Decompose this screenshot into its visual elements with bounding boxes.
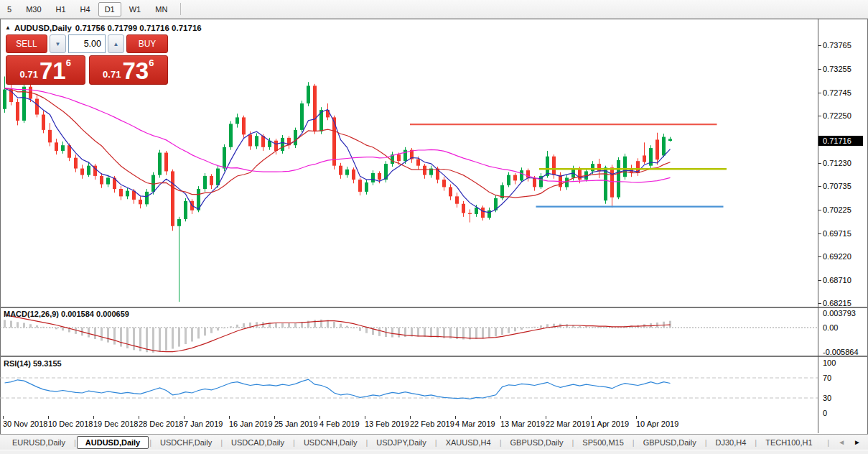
date-axis-tick <box>365 416 365 419</box>
price-axis-label: 0.71230 <box>823 159 851 167</box>
candle-body <box>655 139 659 159</box>
date-axis-tick <box>319 416 320 419</box>
tab-gbpusd-daily[interactable]: GBPUSD,Daily <box>635 436 704 449</box>
candle-body <box>151 175 155 192</box>
tab-dj30-h4[interactable]: DJ30,H4 <box>708 436 755 449</box>
tab-usdcnh-daily[interactable]: USDCNH,Daily <box>296 436 365 449</box>
macd-histogram-bar <box>10 321 12 328</box>
timeframe-h1[interactable]: H1 <box>50 2 73 17</box>
tab-scroll-left-icon[interactable]: ◄ <box>838 438 845 446</box>
timeframe-5[interactable]: 5 <box>1 2 18 17</box>
price-axis-tick <box>818 45 821 46</box>
candle-body <box>507 175 510 185</box>
sell-price-main: 71 <box>39 60 66 82</box>
buy-button[interactable]: BUY <box>126 34 168 53</box>
macd-histogram-bar <box>598 327 600 328</box>
candle-body <box>358 180 362 192</box>
candle-body <box>442 180 446 187</box>
tab-sp500-m15[interactable]: SP500,M15 <box>574 436 631 449</box>
candle-body <box>61 145 65 151</box>
tab-gbpusd-daily[interactable]: GBPUSD,Daily <box>503 436 571 449</box>
macd-histogram-bar <box>482 328 484 338</box>
macd-histogram-bar <box>23 323 25 328</box>
tab-eurusd-daily[interactable]: EURUSD,Daily <box>4 436 73 449</box>
price-axis-label: 0.72250 <box>823 111 851 120</box>
candle-body <box>158 153 162 175</box>
tab-audusd-daily[interactable]: AUDUSD,Daily <box>77 436 149 449</box>
price-axis-tick <box>818 186 821 187</box>
price-axis-label: 0.72745 <box>823 88 851 97</box>
candle-body <box>223 147 226 169</box>
tab-usdjpy-daily[interactable]: USDJPY,Daily <box>368 436 434 449</box>
candle-body <box>481 208 485 218</box>
tab-usdchf-daily[interactable]: USDCHF,Daily <box>152 436 220 449</box>
macd-histogram-bar <box>605 327 607 328</box>
date-axis-label: 4 Mar 2019 <box>455 420 495 428</box>
volume-input[interactable]: 5.00 <box>68 34 106 53</box>
date-axis-label: 13 Mar 2019 <box>500 420 545 428</box>
price-axis-tick <box>818 69 821 70</box>
timeframe-mn[interactable]: MN <box>149 2 174 17</box>
price-axis-tick <box>818 163 821 164</box>
date-axis-tick <box>546 416 546 419</box>
timeframe-w1[interactable]: W1 <box>123 2 148 17</box>
macd-histogram-bar <box>333 322 335 328</box>
candle-body <box>281 138 284 151</box>
macd-histogram-bar <box>294 323 297 328</box>
date-axis-tick <box>500 416 501 419</box>
tab-tech100-h1[interactable]: TECH100,H1 <box>757 436 820 449</box>
buy-price-pip: 6 <box>149 57 154 68</box>
date-axis-label: 10 Dec 2018 <box>48 420 93 428</box>
candle-body <box>475 208 478 214</box>
candle-body <box>229 124 233 147</box>
candle-body <box>449 187 452 196</box>
candle-body <box>345 170 349 175</box>
candle-body <box>119 189 123 196</box>
candle-body <box>126 191 129 197</box>
buy-price-display[interactable]: 0.71 73 6 <box>89 55 169 85</box>
timeframe-h4[interactable]: H4 <box>74 2 97 17</box>
macd-histogram-bar <box>165 328 167 351</box>
candle-body <box>668 139 672 141</box>
candle-body <box>100 176 103 185</box>
macd-histogram-bar <box>469 328 471 340</box>
macd-histogram-bar <box>172 328 174 349</box>
macd-histogram-bar <box>475 328 477 339</box>
macd-histogram-bar <box>281 323 284 328</box>
date-axis-tick <box>3 416 4 419</box>
candle-body <box>242 117 246 134</box>
tab-xauusd-h4[interactable]: XAUUSD,H4 <box>438 436 499 449</box>
macd-histogram-bar <box>120 328 122 347</box>
date-axis-tick <box>184 416 185 419</box>
volume-decrease-icon[interactable]: ▼ <box>50 34 66 53</box>
macd-histogram-bar <box>62 328 64 330</box>
toolbar-separator <box>180 3 181 15</box>
candle-body <box>513 175 517 181</box>
timeframe-d1[interactable]: D1 <box>98 2 121 17</box>
volume-increase-icon[interactable]: ▲ <box>108 34 124 53</box>
macd-histogram-bar <box>488 328 490 338</box>
tab-scroll-right-icon[interactable]: ► <box>854 438 861 446</box>
candle-body <box>164 153 168 172</box>
sell-button[interactable]: SELL <box>6 34 47 53</box>
rsi-indicator-chart[interactable] <box>0 357 818 417</box>
macd-histogram-bar <box>501 328 503 335</box>
date-axis-label: 25 Jan 2019 <box>274 420 318 428</box>
sell-price-display[interactable]: 0.71 71 6 <box>6 55 85 85</box>
macd-histogram-bar <box>514 328 516 331</box>
timeframe-m30[interactable]: M30 <box>19 2 47 17</box>
candle-body <box>294 130 297 145</box>
macd-histogram-bar <box>191 328 193 341</box>
candle-body <box>106 177 110 184</box>
tab-scroll-controls: |◄► <box>827 438 861 447</box>
macd-histogram-bar <box>398 328 400 338</box>
macd-axis-label: 0.003793 <box>823 309 856 318</box>
collapse-chart-icon[interactable]: ▲ <box>5 24 11 31</box>
macd-histogram-bar <box>236 325 238 328</box>
price-axis-label: 0.70225 <box>823 205 851 214</box>
price-axis-tick <box>818 256 821 257</box>
tab-usdcad-daily[interactable]: USDCAD,Daily <box>223 436 292 449</box>
candle-body <box>74 158 78 169</box>
candle-body <box>35 99 39 115</box>
macd-histogram-bar <box>210 328 213 333</box>
